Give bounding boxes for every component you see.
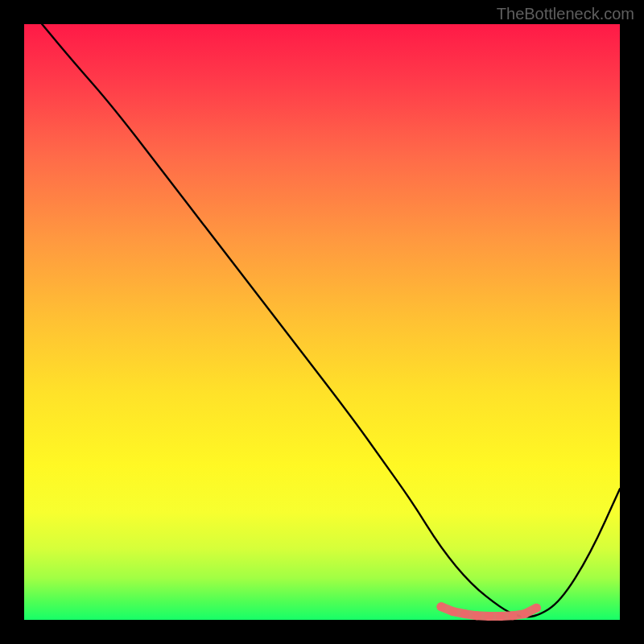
highlight-dot [460, 609, 469, 618]
watermark-text: TheBottleneck.com [497, 5, 634, 23]
bottleneck-curve-path [42, 24, 620, 617]
highlight-zone-dots [437, 602, 541, 621]
highlight-dot [497, 612, 506, 621]
highlight-dot [508, 611, 517, 620]
highlight-dot [520, 609, 529, 618]
chart-svg-layer [24, 24, 620, 620]
highlight-dot [485, 612, 493, 621]
highlight-dot [437, 602, 446, 611]
chart-plot-area [24, 24, 620, 620]
highlight-dot [448, 607, 457, 616]
highlight-dot [473, 611, 481, 620]
highlight-dot [532, 604, 541, 613]
